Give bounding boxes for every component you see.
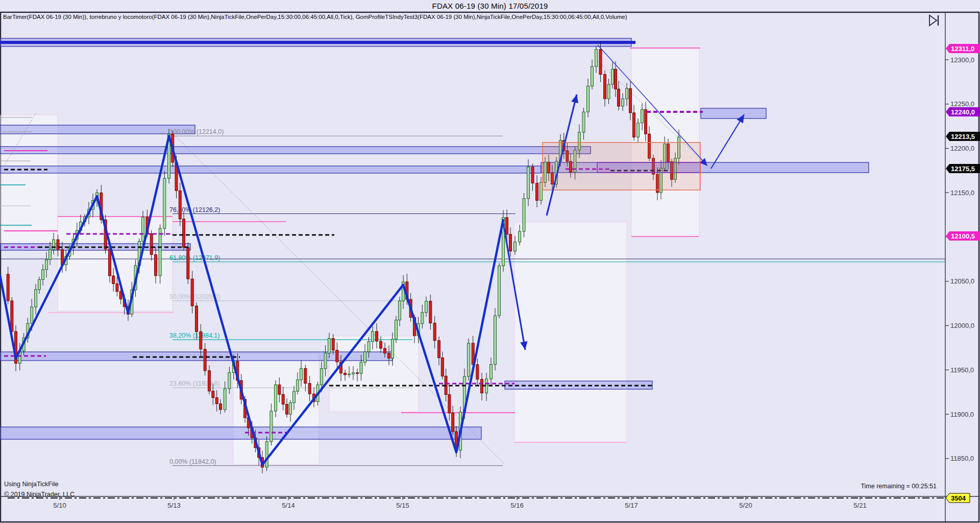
svg-text:5/13: 5/13 — [167, 502, 180, 509]
svg-text:12300,0: 12300,0 — [950, 56, 974, 64]
salmon-highlight-box — [543, 142, 700, 190]
svg-text:5/20: 5/20 — [739, 502, 752, 509]
svg-text:5/16: 5/16 — [510, 502, 523, 509]
svg-text:12100,5: 12100,5 — [951, 232, 975, 240]
session-boxes — [0, 48, 699, 464]
svg-text:0,00% (11842,0): 0,00% (11842,0) — [169, 458, 216, 465]
svg-text:12311,0: 12311,0 — [951, 45, 974, 53]
svg-text:12000,0: 12000,0 — [950, 322, 974, 329]
bar-timer-text: Time remaining = 00:25:51 — [861, 483, 937, 490]
svg-text:12050,0: 12050,0 — [950, 277, 974, 285]
svg-text:5/17: 5/17 — [625, 502, 638, 509]
play-to-end-icon — [928, 14, 941, 27]
copyright-note: © 2019 NinjaTrader, LLC — [4, 491, 75, 498]
chart-canvas[interactable]: 100,00% (12214,0)76,40% (12126,2)61,80% … — [0, 0, 980, 523]
svg-text:11950,0: 11950,0 — [950, 366, 974, 374]
replay-play-icon[interactable] — [928, 14, 941, 27]
svg-text:76,40% (12126,2): 76,40% (12126,2) — [169, 206, 220, 213]
svg-text:11900,0: 11900,0 — [950, 411, 974, 418]
svg-text:50,00% (12028,0): 50,00% (12028,0) — [169, 293, 220, 300]
svg-text:3504: 3504 — [951, 494, 966, 502]
svg-text:5/14: 5/14 — [282, 502, 295, 509]
svg-text:12150,0: 12150,0 — [950, 189, 974, 197]
data-source-note: Using NinjaTickFile — [4, 481, 59, 488]
svg-text:5/15: 5/15 — [396, 502, 409, 509]
svg-text:100,00% (12214,0): 100,00% (12214,0) — [169, 128, 224, 135]
svg-text:38,20% (11984,1): 38,20% (11984,1) — [169, 332, 219, 339]
svg-text:12250,0: 12250,0 — [950, 100, 974, 108]
svg-text:5/10: 5/10 — [53, 502, 66, 509]
svg-text:12213,5: 12213,5 — [951, 133, 975, 140]
svg-text:12175,5: 12175,5 — [951, 165, 975, 173]
price-tags: 12311,012240,012213,512175,512100,53504 — [946, 44, 980, 503]
svg-text:23,60% (11929,8): 23,60% (11929,8) — [169, 380, 219, 387]
svg-text:12240,0: 12240,0 — [951, 108, 975, 116]
svg-text:5/21: 5/21 — [853, 502, 866, 509]
svg-text:61,80% (12071,9): 61,80% (12071,9) — [169, 254, 220, 262]
svg-text:12200,0: 12200,0 — [950, 145, 974, 152]
svg-text:11850,0: 11850,0 — [950, 455, 974, 462]
